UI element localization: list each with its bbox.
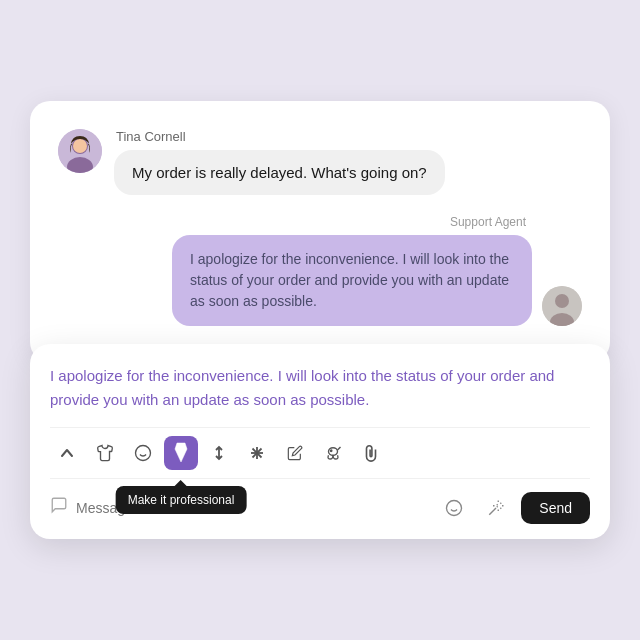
attachment-icon[interactable] xyxy=(354,436,388,470)
svg-point-3 xyxy=(73,139,87,153)
chevron-up-icon[interactable] xyxy=(50,436,84,470)
agent-label: Support Agent xyxy=(450,215,582,229)
composer-text: I apologize for the inconvenience. I wil… xyxy=(50,364,590,411)
user-bubble: My order is really delayed. What's going… xyxy=(114,150,445,195)
shirt-icon[interactable] xyxy=(88,436,122,470)
expand-icon[interactable] xyxy=(240,436,274,470)
message-bubble-icon xyxy=(50,496,68,519)
tie-icon[interactable]: Make it professional xyxy=(164,436,198,470)
edit-icon[interactable] xyxy=(278,436,312,470)
agent-avatar xyxy=(542,286,582,326)
agent-bubble: I apologize for the inconvenience. I wil… xyxy=(172,235,532,326)
composer-card: I apologize for the inconvenience. I wil… xyxy=(30,344,610,539)
svg-point-17 xyxy=(447,500,462,515)
send-button[interactable]: Send xyxy=(521,492,590,524)
svg-point-7 xyxy=(136,445,151,460)
svg-point-5 xyxy=(555,294,569,308)
input-actions: Send xyxy=(437,491,590,525)
magic-icon[interactable] xyxy=(479,491,513,525)
user-avatar xyxy=(58,129,102,173)
user-info: Tina Cornell My order is really delayed.… xyxy=(114,129,445,195)
chat-card: Tina Cornell My order is really delayed.… xyxy=(30,101,610,362)
message-input[interactable] xyxy=(76,500,429,516)
emoji2-icon[interactable] xyxy=(437,491,471,525)
resize-icon[interactable] xyxy=(202,436,236,470)
main-container: Tina Cornell My order is really delayed.… xyxy=(30,101,610,539)
svg-point-15 xyxy=(329,448,338,456)
rocking-horse-icon[interactable] xyxy=(316,436,350,470)
toolbar: Make it professional xyxy=(50,427,590,478)
agent-section: Support Agent I apologize for the inconv… xyxy=(58,215,582,326)
emoji-icon[interactable] xyxy=(126,436,160,470)
svg-point-16 xyxy=(330,450,332,452)
user-message-row: Tina Cornell My order is really delayed.… xyxy=(58,129,582,195)
input-row: Send xyxy=(50,478,590,539)
agent-row: I apologize for the inconvenience. I wil… xyxy=(172,235,582,326)
user-name: Tina Cornell xyxy=(116,129,445,144)
